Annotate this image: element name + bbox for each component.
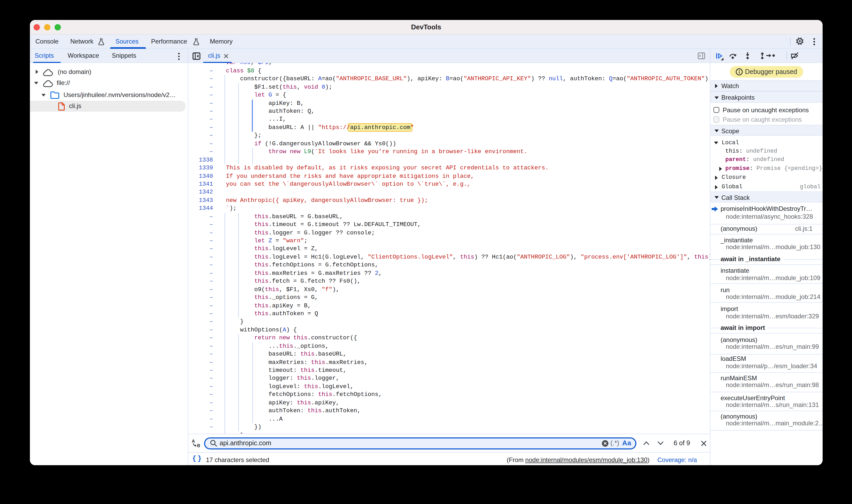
svg-text:B: B: [197, 443, 200, 448]
svg-text:A: A: [192, 439, 195, 444]
